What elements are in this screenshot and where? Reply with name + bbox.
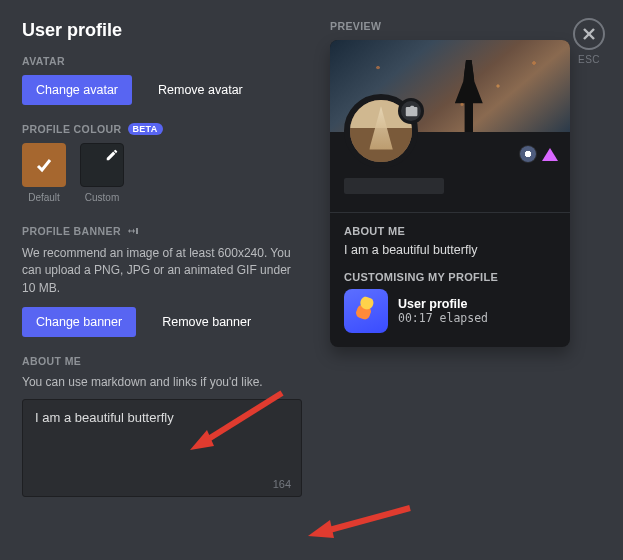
preview-activity-heading: CUSTOMISING MY PROFILE — [344, 271, 556, 283]
about-me-description: You can use markdown and links if you'd … — [22, 375, 302, 389]
profile-colour-text: PROFILE COLOUR — [22, 123, 122, 135]
about-me-textarea[interactable] — [35, 410, 289, 474]
close-icon — [582, 27, 596, 41]
change-banner-button[interactable]: Change banner — [22, 307, 136, 337]
banner-description: We recommend an image of at least 600x24… — [22, 245, 302, 297]
about-me-charcount: 164 — [273, 478, 291, 490]
remove-avatar-button[interactable]: Remove avatar — [144, 75, 257, 105]
colour-swatch-default[interactable] — [22, 143, 66, 187]
preview-activity-elapsed: 00:17 elapsed — [398, 311, 488, 325]
nitro-icon — [127, 225, 139, 237]
about-me-field-wrap[interactable]: 164 — [22, 399, 302, 497]
colour-swatch-default-label: Default — [22, 192, 66, 203]
svg-marker-3 — [308, 520, 334, 538]
preview-activity-icon — [344, 289, 388, 333]
preview-about-text: I am a beautiful butterfly — [344, 243, 556, 257]
profile-colour-section-label: PROFILE COLOUR BETA — [22, 123, 302, 135]
add-image-icon — [404, 104, 418, 118]
preview-activity-title: User profile — [398, 297, 488, 311]
preview-section-label: PREVIEW — [330, 20, 601, 32]
profile-banner-text: PROFILE BANNER — [22, 225, 121, 237]
remove-banner-button[interactable]: Remove banner — [148, 307, 265, 337]
check-icon — [34, 155, 54, 175]
page-title: User profile — [22, 20, 302, 41]
preview-card: ABOUT ME I am a beautiful butterfly CUST… — [330, 40, 570, 347]
about-me-section-label: ABOUT ME — [22, 355, 302, 367]
boost-badge-icon — [542, 148, 558, 161]
esc-label: ESC — [573, 54, 605, 65]
preview-about-heading: ABOUT ME — [344, 225, 556, 237]
colour-swatch-custom[interactable] — [80, 143, 124, 187]
colour-swatch-custom-label: Custom — [80, 192, 124, 203]
preview-badges — [520, 146, 558, 162]
preview-banner-figure — [455, 60, 483, 132]
avatar-section-label: AVATAR — [22, 55, 302, 67]
nitro-badge-icon — [520, 146, 536, 162]
profile-banner-section-label: PROFILE BANNER — [22, 225, 302, 237]
close-button[interactable] — [573, 18, 605, 50]
pencil-icon — [105, 148, 119, 162]
preview-add-image-button[interactable] — [398, 98, 424, 124]
beta-badge: BETA — [128, 123, 163, 135]
preview-username-placeholder — [344, 178, 444, 194]
change-avatar-button[interactable]: Change avatar — [22, 75, 132, 105]
